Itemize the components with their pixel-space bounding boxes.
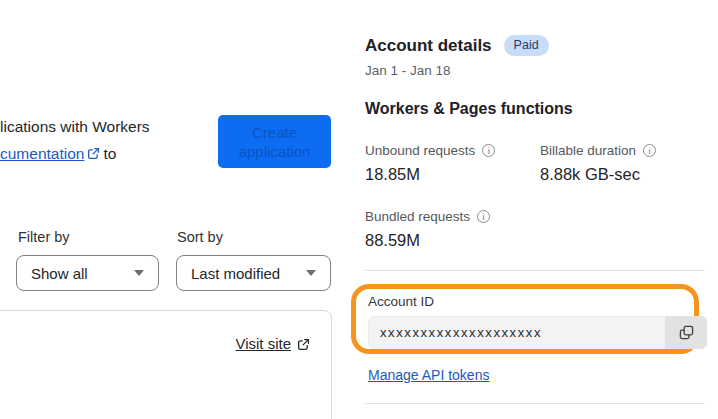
- divider: [365, 270, 705, 271]
- metric-billable-duration: Billable duration i 8.88k GB-sec: [540, 143, 656, 184]
- info-icon[interactable]: i: [482, 144, 495, 157]
- external-link-icon: [297, 337, 310, 350]
- account-id-label: Account ID: [368, 294, 434, 309]
- metric-label: Bundled requests: [365, 209, 470, 224]
- intro-line1: lications with Workers: [0, 114, 150, 141]
- copy-button[interactable]: [665, 316, 707, 349]
- metric-value: 18.85M: [365, 165, 495, 184]
- chevron-down-icon: [134, 270, 144, 276]
- metric-label: Unbound requests: [365, 143, 475, 158]
- sort-dropdown-value: Last modified: [191, 265, 280, 282]
- account-details-header: Account details Paid: [365, 35, 549, 56]
- create-application-button[interactable]: Create application: [218, 115, 331, 168]
- metric-value: 8.88k GB-sec: [540, 165, 656, 184]
- manage-api-tokens-link[interactable]: Manage API tokens: [368, 367, 489, 383]
- visit-site-link[interactable]: Visit site: [235, 335, 313, 352]
- info-icon[interactable]: i: [643, 144, 656, 157]
- intro-line2: cumentationto: [0, 141, 150, 168]
- functions-section-title: Workers & Pages functions: [365, 100, 573, 118]
- workers-pages-dashboard: lications with Workers cumentationto Cre…: [0, 0, 718, 419]
- account-details-title: Account details: [365, 36, 492, 56]
- paid-plan-badge: Paid: [504, 35, 549, 56]
- visit-site-label: Visit site: [235, 335, 291, 352]
- account-id-input[interactable]: [368, 316, 707, 349]
- external-link-icon: [87, 142, 100, 155]
- chevron-down-icon: [306, 270, 316, 276]
- metric-value: 88.59M: [365, 231, 490, 250]
- metric-label: Billable duration: [540, 143, 636, 158]
- documentation-link[interactable]: cumentation: [0, 145, 84, 162]
- billing-date-range: Jan 1 - Jan 18: [365, 63, 451, 78]
- filter-dropdown-value: Show all: [31, 265, 88, 282]
- sort-by-label: Sort by: [177, 229, 223, 245]
- project-card: Visit site: [0, 310, 332, 419]
- filter-dropdown[interactable]: Show all: [16, 255, 159, 291]
- filter-by-label: Filter by: [18, 229, 70, 245]
- intro-line2-tail: to: [103, 145, 116, 162]
- metric-bundled-requests: Bundled requests i 88.59M: [365, 209, 490, 250]
- intro-text: lications with Workers cumentationto: [0, 114, 150, 167]
- copy-icon: [679, 325, 694, 340]
- divider: [365, 403, 705, 404]
- account-id-field-group: [368, 316, 707, 349]
- metric-unbound-requests: Unbound requests i 18.85M: [365, 143, 495, 184]
- sort-dropdown[interactable]: Last modified: [176, 255, 331, 291]
- info-icon[interactable]: i: [477, 210, 490, 223]
